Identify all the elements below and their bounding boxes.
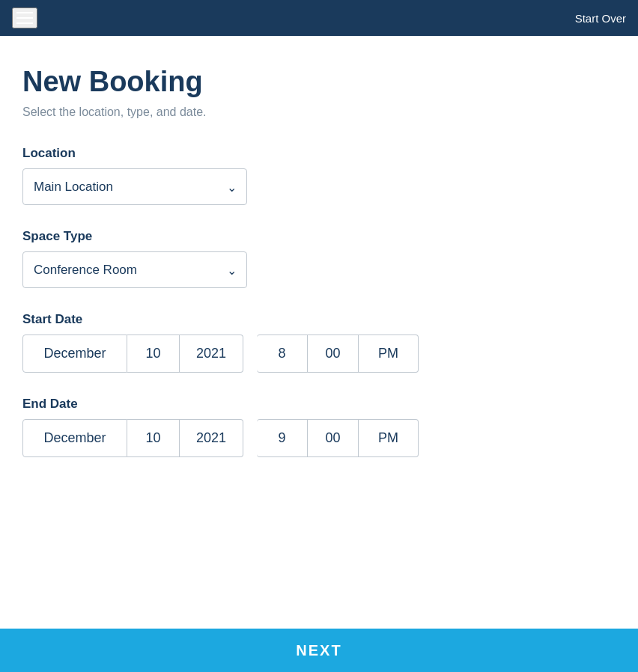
location-field-group: Location Main Location Branch Location R… — [22, 146, 616, 205]
end-date-label: End Date — [22, 397, 616, 412]
main-content: New Booking Select the location, type, a… — [0, 36, 638, 571]
menu-icon-line3 — [16, 22, 33, 24]
space-type-select-wrapper: Conference Room Private Office Hot Desk … — [22, 251, 247, 288]
space-type-field-group: Space Type Conference Room Private Offic… — [22, 229, 616, 288]
end-date-hour[interactable]: 9 — [257, 419, 308, 457]
menu-button[interactable] — [12, 7, 37, 28]
end-date-minute[interactable]: 00 — [308, 419, 359, 457]
menu-icon-line1 — [16, 12, 33, 13]
start-date-day[interactable]: 10 — [127, 335, 180, 373]
end-date-field-group: End Date December 10 2021 9 00 PM — [22, 397, 616, 457]
start-date-row: December 10 2021 8 00 PM — [22, 335, 616, 373]
start-date-ampm[interactable]: PM — [359, 335, 419, 373]
end-date-ampm[interactable]: PM — [359, 419, 419, 457]
page-subtitle: Select the location, type, and date. — [22, 106, 616, 119]
start-date-year[interactable]: 2021 — [180, 335, 243, 373]
start-date-hour[interactable]: 8 — [257, 335, 308, 373]
start-date-minute[interactable]: 00 — [308, 335, 359, 373]
end-date-year[interactable]: 2021 — [180, 419, 243, 457]
page-title: New Booking — [22, 66, 616, 98]
next-button[interactable]: NEXT — [0, 629, 638, 672]
start-date-label: Start Date — [22, 312, 616, 327]
location-select-wrapper: Main Location Branch Location Remote Off… — [22, 168, 247, 205]
header: Start Over — [0, 0, 638, 36]
space-type-label: Space Type — [22, 229, 616, 244]
start-date-month[interactable]: December — [22, 335, 127, 373]
space-type-select[interactable]: Conference Room Private Office Hot Desk … — [22, 251, 247, 288]
end-date-row: December 10 2021 9 00 PM — [22, 419, 616, 457]
end-date-day[interactable]: 10 — [127, 419, 180, 457]
start-over-button[interactable]: Start Over — [575, 12, 626, 25]
location-label: Location — [22, 146, 616, 161]
location-select[interactable]: Main Location Branch Location Remote Off… — [22, 168, 247, 205]
start-date-field-group: Start Date December 10 2021 8 00 PM — [22, 312, 616, 373]
footer: NEXT — [0, 629, 638, 672]
menu-icon-line2 — [16, 17, 33, 19]
end-date-month[interactable]: December — [22, 419, 127, 457]
